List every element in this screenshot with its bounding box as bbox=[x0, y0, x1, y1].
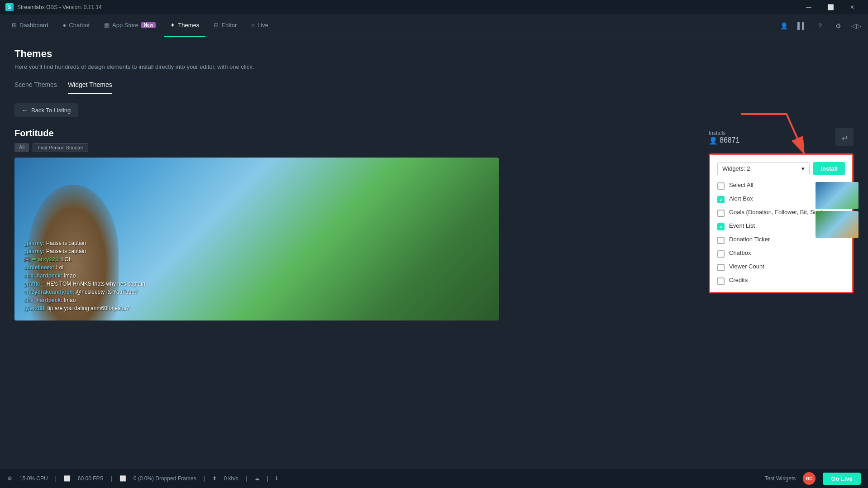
goals-label: Goals (Donation, Follower, Bit, Sub) bbox=[729, 209, 823, 216]
status-bar: ⚙ 15.0% CPU | ⬜ 60.00 FPS | ⬜ 0 (0.0%) D… bbox=[0, 469, 868, 488]
alert-box-checkbox[interactable] bbox=[717, 196, 725, 203]
settings-icon[interactable]: ⚙ bbox=[832, 19, 844, 32]
widget-item-viewer-count: Viewer Count bbox=[717, 263, 845, 271]
bandwidth-status: 0 kb/s bbox=[224, 475, 238, 482]
chat-line-1: gjairmy: Pause is captain bbox=[24, 248, 145, 254]
nav-item-dashboard[interactable]: ⊞ Dashboard bbox=[5, 14, 55, 37]
select-all-label: Select All bbox=[729, 182, 753, 189]
nav-item-chatbot[interactable]: ● Chatbot bbox=[57, 14, 96, 37]
chat-username-7: dirk_hardpeck: bbox=[24, 297, 62, 303]
close-button[interactable]: ✕ bbox=[842, 0, 863, 14]
widget-item-chatbox: Chatbox bbox=[717, 249, 845, 258]
cloud-icon: ☁ bbox=[254, 475, 260, 482]
title-bar-left: S Streamlabs OBS - Version: 0.11.14 bbox=[5, 3, 102, 11]
nav-item-live[interactable]: ≡ Live bbox=[245, 14, 274, 37]
tab-scene-themes[interactable]: Scene Themes bbox=[14, 81, 57, 94]
page-subtitle: Here you'll find hundreds of design elem… bbox=[14, 63, 854, 70]
donation-ticker-checkbox[interactable] bbox=[717, 237, 725, 244]
theme-tabs: Scene Themes Widget Themes bbox=[14, 81, 854, 94]
bandwidth-icon: ⬆ bbox=[212, 475, 217, 482]
thumbnail-1[interactable] bbox=[816, 182, 858, 209]
editor-icon: ⊟ bbox=[214, 22, 219, 29]
go-live-button[interactable]: Go Live bbox=[823, 473, 861, 485]
dropped-icon: ⬜ bbox=[119, 475, 126, 482]
chat-line-7: dirk_hardpeck: lmao bbox=[24, 297, 145, 303]
chat-line-6: crazydrakeandjosh: @nosleepty its YouTub… bbox=[24, 289, 145, 295]
event-list-checkbox[interactable] bbox=[717, 223, 725, 230]
app-title: Streamlabs OBS - Version: 0.11.14 bbox=[17, 4, 102, 10]
test-widgets-label[interactable]: Test Widgets bbox=[765, 475, 796, 482]
chat-line-5: graffic_: HE's TOM HANKS thats why hes c… bbox=[24, 281, 145, 287]
left-side: Fortitude All First Person Shooter gjair… bbox=[14, 128, 698, 321]
minimize-button[interactable]: — bbox=[798, 0, 819, 14]
dropdown-chevron-icon: ▾ bbox=[801, 165, 805, 172]
live-icon: ≡ bbox=[251, 22, 255, 29]
chat-username-5: graffic_: bbox=[24, 281, 45, 287]
collapse-icon[interactable]: ◁▷ bbox=[850, 19, 863, 32]
thumbnail-2[interactable] bbox=[816, 211, 858, 238]
status-right: Test Widgets RC Go Live bbox=[765, 472, 861, 485]
select-all-checkbox[interactable] bbox=[717, 182, 725, 190]
nav-right: 👤 ▌▌ ? ⚙ ◁▷ bbox=[777, 19, 863, 32]
tag-fps[interactable]: First Person Shooter bbox=[33, 143, 88, 152]
app-icon: S bbox=[5, 3, 14, 11]
user-icon[interactable]: 👤 bbox=[777, 19, 790, 32]
widgets-header: Widgets: 2 ▾ Install bbox=[717, 162, 845, 175]
page-title: Themes bbox=[14, 48, 854, 60]
info-icon[interactable]: ℹ bbox=[276, 475, 278, 482]
credits-checkbox[interactable] bbox=[717, 277, 725, 285]
installs-count: 👤 86871 bbox=[709, 136, 740, 145]
dashboard-icon: ⊞ bbox=[12, 22, 17, 29]
installs-label: Installs bbox=[709, 130, 740, 136]
themes-icon: ✦ bbox=[170, 22, 175, 29]
chat-line-0: gjairmy: Pause is captain bbox=[24, 240, 145, 246]
thumbnails-col bbox=[816, 182, 861, 238]
donation-ticker-label: Donation Ticker bbox=[729, 236, 770, 244]
tab-widget-themes[interactable]: Widget Themes bbox=[68, 81, 112, 94]
nav-left: ⊞ Dashboard ● Chatbot ▦ App Store New ✦ … bbox=[5, 14, 275, 37]
chatbox-checkbox[interactable] bbox=[717, 250, 725, 258]
back-to-listing-button[interactable]: ← Back To Listing bbox=[14, 103, 78, 117]
goals-checkbox[interactable] bbox=[717, 210, 725, 217]
nav-bar: ⊞ Dashboard ● Chatbot ▦ App Store New ✦ … bbox=[0, 14, 868, 37]
chat-username-4: dirk_hardpeck: bbox=[24, 273, 62, 279]
maximize-button[interactable]: ⬜ bbox=[820, 0, 841, 14]
help-icon[interactable]: ? bbox=[814, 19, 826, 32]
chat-line-4: dirk_hardpeck: lmao bbox=[24, 273, 145, 279]
chatbox-label: Chatbox bbox=[729, 249, 751, 257]
chat-username-2: 🎮 ✏ arxy223: bbox=[24, 256, 60, 263]
stream-icon[interactable]: ▌▌ bbox=[796, 19, 808, 32]
chat-username-8: tylerx88: bbox=[24, 305, 46, 311]
widget-item-credits: Credits bbox=[717, 277, 845, 285]
theme-preview: gjairmy: Pause is captain gjairmy: Pause… bbox=[14, 158, 499, 321]
chat-username-0: gjairmy: bbox=[24, 240, 45, 246]
installs-person-icon: 👤 bbox=[709, 136, 718, 145]
title-bar: S Streamlabs OBS - Version: 0.11.14 — ⬜ … bbox=[0, 0, 868, 14]
nav-item-appstore[interactable]: ▦ App Store New bbox=[98, 14, 162, 37]
cpu-status: 15.0% CPU bbox=[19, 475, 48, 482]
nav-item-editor[interactable]: ⊟ Editor bbox=[207, 14, 243, 37]
nav-item-themes[interactable]: ✦ Themes bbox=[164, 14, 205, 37]
installs-row: Installs 👤 86871 ⇄ bbox=[709, 128, 854, 146]
install-button[interactable]: Install bbox=[813, 162, 845, 175]
fps-status: 60.00 FPS bbox=[78, 475, 104, 482]
chatbot-icon: ● bbox=[63, 22, 67, 29]
chat-username-3: danielleeex: bbox=[24, 264, 55, 271]
theme-name: Fortitude bbox=[14, 128, 698, 139]
alert-box-label: Alert Box bbox=[729, 195, 753, 203]
user-avatar: RC bbox=[803, 472, 816, 485]
app-store-badge: New bbox=[141, 22, 156, 28]
widgets-dropdown[interactable]: Widgets: 2 ▾ bbox=[717, 162, 810, 175]
viewer-count-checkbox[interactable] bbox=[717, 264, 725, 271]
chat-line-8: tylerx88: tip are you dating anm60forjes… bbox=[24, 305, 145, 311]
dropped-status: 0 (0.0%) Dropped Frames bbox=[134, 475, 196, 482]
back-icon: ← bbox=[22, 107, 28, 114]
main-content: Themes Here you'll find hundreds of desi… bbox=[0, 37, 868, 469]
tag-list: All First Person Shooter bbox=[14, 143, 698, 152]
share-button[interactable]: ⇄ bbox=[835, 128, 854, 146]
share-icon: ⇄ bbox=[842, 133, 848, 142]
tag-all[interactable]: All bbox=[14, 143, 29, 152]
chat-overlay: gjairmy: Pause is captain gjairmy: Pause… bbox=[24, 240, 145, 311]
chat-username-1: gjairmy: bbox=[24, 248, 45, 254]
viewer-count-label: Viewer Count bbox=[729, 263, 764, 271]
